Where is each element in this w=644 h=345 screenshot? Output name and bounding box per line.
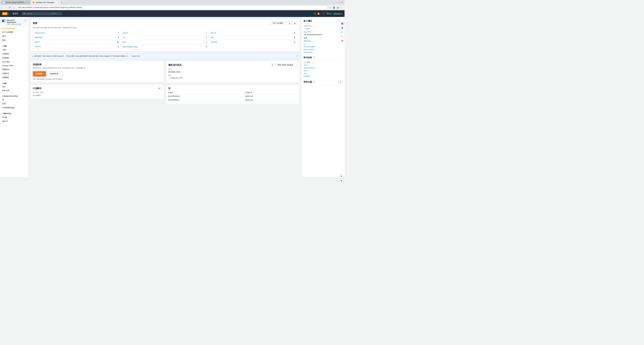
info-banner-close[interactable]: ✕ bbox=[296, 55, 298, 57]
resource-link-eip[interactable]: 弹性 IP bbox=[211, 32, 216, 34]
resource-link-security[interactable]: 安全组 bbox=[123, 32, 128, 34]
topnav-screen-icon[interactable]: ⊡ bbox=[314, 12, 316, 15]
resource-link-keypairs[interactable]: 密钥对 bbox=[35, 41, 39, 43]
quick-action-4[interactable]: ● bbox=[340, 30, 344, 34]
new-ec2-close[interactable]: ✕ bbox=[25, 19, 26, 22]
quick-action-6[interactable]: 🎯 bbox=[340, 39, 344, 43]
default-vpc-link[interactable]: 默认 VPC ↗ bbox=[304, 31, 342, 33]
maximize-button[interactable]: □ bbox=[338, 1, 341, 4]
sidebar-item-ami-catalog[interactable]: AMI 目录 bbox=[0, 89, 28, 93]
more-options-button[interactable]: ⋯ bbox=[341, 6, 344, 9]
resource-link-asg[interactable]: Auto Scaling Groups bbox=[123, 46, 138, 48]
all-ec2-resources-link[interactable]: 所有 EC2 资源 ↗ bbox=[304, 67, 342, 69]
address-bar[interactable]: https://ap-northeast-1.console.aws.amazo… bbox=[16, 6, 327, 9]
resource-link-snapshots[interactable]: 快照 bbox=[211, 36, 214, 39]
service-status-refresh-button[interactable]: ⟳ bbox=[271, 63, 275, 67]
services-menu-button[interactable]: ⊞ 服务 bbox=[12, 12, 20, 16]
reload-button[interactable]: ↻ bbox=[8, 6, 11, 9]
sidebar-item-ami[interactable]: AMI bbox=[0, 85, 28, 89]
quick-action-1[interactable]: ⊡ bbox=[340, 17, 344, 21]
profile-icon[interactable]: 👤 bbox=[332, 6, 335, 9]
aws-logo[interactable]: aws ● bbox=[2, 12, 10, 15]
browser-tab-github[interactable]: 📄 Editing chatgpt-web/README.m... ✕ bbox=[1, 1, 31, 5]
getting-started-link[interactable]: 入门指南 ↗ bbox=[304, 61, 342, 63]
sidebar-section-ebs[interactable]: ▾ Elastic Block Store bbox=[0, 94, 28, 98]
aws-health-button[interactable]: AWS Health 控制面板 ↗ bbox=[276, 63, 297, 67]
resource-link-instances[interactable]: 实例 bbox=[123, 41, 126, 43]
sidebar-item-security-groups[interactable]: 安全组 bbox=[0, 115, 28, 119]
sidebar-item-limits[interactable]: 限制 bbox=[0, 38, 28, 42]
docs-link[interactable]: 文档 ↗ bbox=[304, 64, 342, 66]
sidebar-item-dedicated-hosts[interactable]: 专属主机 bbox=[0, 72, 28, 76]
topnav-region[interactable]: 东京 ▾ bbox=[327, 12, 332, 15]
sidebar-item-launch-templates[interactable]: 启动模板 bbox=[0, 56, 28, 60]
back-button[interactable]: ‹ bbox=[1, 6, 3, 9]
quick-action-2[interactable]: 🔴 bbox=[340, 21, 344, 26]
ec2-favicon: 🟠 bbox=[32, 2, 34, 3]
browser-tab-ec2[interactable]: 🟠 控制面板 | EC2 Management Co... ✕ bbox=[31, 1, 61, 5]
sidebar-section-network[interactable]: ▾ 网络与安全 bbox=[0, 111, 28, 115]
github-tab-close[interactable]: ✕ bbox=[28, 2, 29, 3]
sidebar-item-ec2-global-view[interactable]: EC2 全球视图 bbox=[0, 30, 28, 34]
account-attributes-title: 账户属性 ⟳ bbox=[304, 19, 342, 24]
quick-action-5[interactable]: ⊡ bbox=[340, 34, 344, 39]
migrate-server-button[interactable]: 迁移服务器 ↗ bbox=[48, 72, 63, 76]
bookmark-button[interactable]: ⭐ bbox=[328, 6, 331, 9]
forward-button[interactable]: › bbox=[5, 6, 7, 9]
sidebar-item-spot-requests[interactable]: Spot 请求 bbox=[0, 60, 28, 64]
global-view-label: EC2 全球视图 ↗ bbox=[273, 22, 285, 24]
sidebar-item-snapshots[interactable]: 快照 bbox=[0, 102, 28, 106]
close-window-button[interactable]: ✕ bbox=[341, 1, 344, 4]
additional-info-title[interactable]: 附加信息 ↗ bbox=[304, 56, 342, 60]
status-good: 此服务运行正常 bbox=[168, 77, 297, 79]
sidebar-item-volumes[interactable]: 卷 bbox=[0, 98, 28, 102]
sidebar-item-instances[interactable]: 实例 bbox=[0, 48, 28, 52]
new-ec2-link[interactable]: Tell us what you think bbox=[7, 23, 24, 25]
resource-link-running[interactable]: 实例(正在运行) bbox=[35, 32, 46, 34]
ebs-encryption-link[interactable]: EBS 加密 ↗ bbox=[304, 40, 342, 42]
launch-instance-button[interactable]: 启动实例 ▾ bbox=[33, 72, 46, 76]
planned-events-refresh-button[interactable]: ⟳ bbox=[157, 87, 162, 90]
topnav-user[interactable]: yirenyixin ▾ bbox=[334, 13, 342, 15]
ec2-tab-close[interactable]: ✕ bbox=[58, 2, 59, 3]
service-status-header: 服务运行状况 ⟳ AWS Health 控制面板 ↗ bbox=[168, 63, 297, 67]
quick-action-3[interactable]: 👤 bbox=[340, 26, 344, 30]
sidebar-item-savings-plans[interactable]: Savings Plans bbox=[0, 64, 28, 67]
minimize-button[interactable]: — bbox=[335, 1, 338, 4]
extension-button[interactable]: 🧩 bbox=[336, 6, 340, 9]
sidebar-item-elastic-ip[interactable]: 弹性 IP bbox=[0, 119, 28, 123]
resource-link-lb[interactable]: 负载均衡器 bbox=[35, 36, 43, 39]
zone-link[interactable]: 区 ↗ bbox=[304, 43, 342, 45]
console-trial-link[interactable]: 控制台试验 ↗ bbox=[304, 51, 342, 54]
new-tab-button[interactable]: + bbox=[61, 1, 62, 4]
sidebar-section-instances[interactable]: ▾ 实例 bbox=[0, 44, 28, 48]
pricing-link[interactable]: 定价 ↗ bbox=[304, 73, 342, 75]
resources-settings-button[interactable]: ⚙ bbox=[293, 21, 297, 25]
sidebar-item-ec2-dashboard[interactable]: EC2 Dashboard bbox=[0, 26, 28, 30]
resource-link-volumes[interactable]: 卷 bbox=[123, 36, 124, 39]
search-bar[interactable]: 🔍 [Alt+S] bbox=[22, 12, 62, 15]
sidebar-item-events[interactable]: 事件 bbox=[0, 34, 28, 38]
settings-icon-1[interactable]: ⚙ bbox=[339, 174, 344, 177]
sidebar-item-lifecycle[interactable]: 生命周期管理器 bbox=[0, 106, 28, 110]
topnav-help-icon[interactable]: ❓ bbox=[322, 12, 325, 15]
serial-console-link[interactable]: EC2 串行控制台 ↗ bbox=[304, 46, 342, 48]
credit-spec-link[interactable]: 默认积分规范 ↗ bbox=[304, 49, 342, 51]
supported-platforms-link[interactable]: 支持的平台 ↗ bbox=[304, 25, 342, 27]
sidebar-section-images[interactable]: ▾ 映像 bbox=[0, 81, 28, 85]
sidebar-item-reserved-instances[interactable]: 预留实例 bbox=[0, 67, 28, 72]
resources-refresh-button[interactable]: ⟳ bbox=[288, 21, 292, 25]
new-ec2-toggle[interactable] bbox=[2, 20, 6, 22]
sidebar-item-capacity-reservations[interactable]: 容量预留 bbox=[0, 76, 28, 80]
resource-link-placement[interactable]: 置放群组 bbox=[211, 41, 217, 43]
resource-link-dedicated[interactable]: 专用主机 bbox=[35, 46, 41, 48]
help-topics-close-button[interactable]: ✕ bbox=[338, 80, 342, 84]
sidebar-item-instance-types[interactable]: 实例类型 bbox=[0, 52, 28, 56]
search-input[interactable] bbox=[26, 13, 51, 15]
topnav-bell-icon[interactable]: 🔔 bbox=[317, 12, 320, 15]
contact-us-link[interactable]: 联系我们 ↗ bbox=[304, 75, 342, 78]
forum-link[interactable]: 论坛 ↗ bbox=[304, 70, 342, 72]
info-banner-link[interactable]: 了解更多信息 bbox=[131, 55, 140, 57]
home-button[interactable]: ⌂ bbox=[12, 6, 15, 9]
global-view-button[interactable]: EC2 全球视图 ↗ bbox=[271, 21, 287, 25]
